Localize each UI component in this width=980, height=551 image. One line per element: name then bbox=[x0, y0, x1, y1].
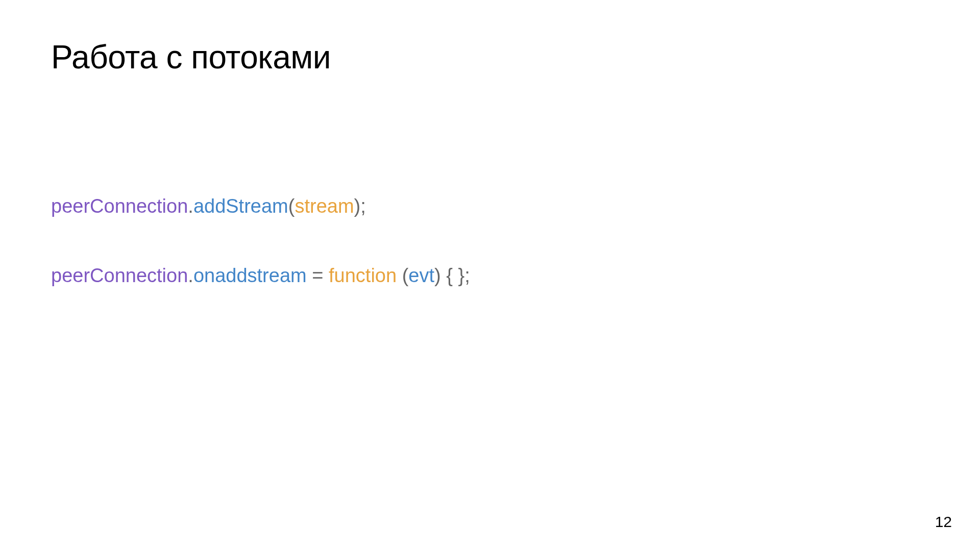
code-punct: ); bbox=[354, 195, 366, 217]
slide: Работа с потоками peerConnection.addStre… bbox=[0, 0, 980, 551]
code-identifier: peerConnection bbox=[51, 265, 188, 286]
code-punct: ( bbox=[288, 195, 295, 217]
code-line-1: peerConnection.addStream(stream); bbox=[51, 193, 929, 219]
code-block: peerConnection.addStream(stream); peerCo… bbox=[51, 193, 929, 289]
code-punct: . bbox=[188, 195, 193, 217]
code-punct: = bbox=[307, 265, 329, 286]
code-identifier: peerConnection bbox=[51, 195, 188, 217]
code-param: evt bbox=[408, 265, 434, 286]
code-punct: . bbox=[188, 265, 193, 286]
code-punct: ( bbox=[397, 265, 408, 286]
slide-title: Работа с потоками bbox=[51, 38, 929, 76]
code-method: addStream bbox=[193, 195, 288, 217]
code-punct: ) { }; bbox=[434, 265, 470, 286]
code-keyword: function bbox=[329, 265, 397, 286]
code-param: stream bbox=[295, 195, 354, 217]
code-line-2: peerConnection.onaddstream = function (e… bbox=[51, 263, 929, 289]
code-property: onaddstream bbox=[193, 265, 307, 286]
page-number: 12 bbox=[935, 513, 952, 531]
